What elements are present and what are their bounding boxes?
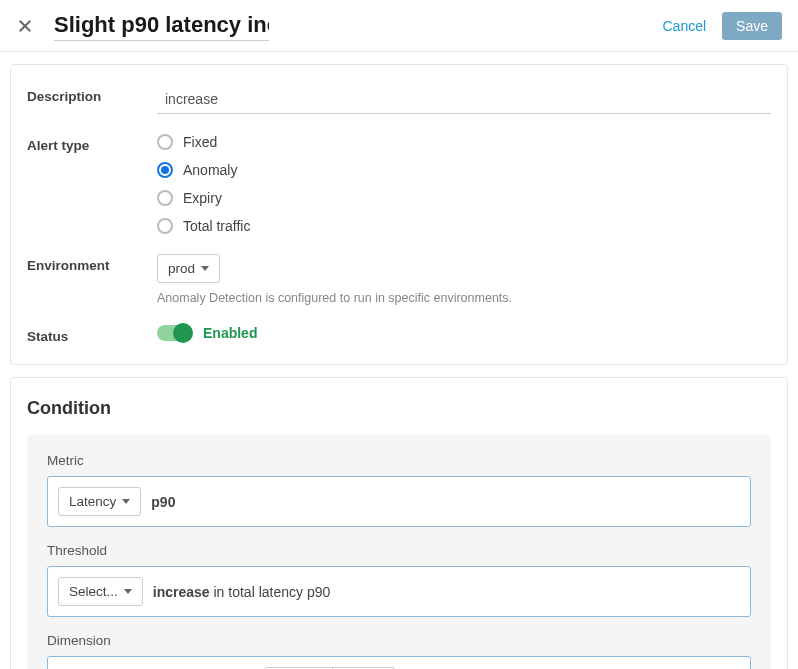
alert-type-fixed[interactable]: Fixed <box>157 134 771 150</box>
dimension-box: All proxies and targets detected Region … <box>47 656 751 669</box>
metric-label: Metric <box>47 453 751 468</box>
status-text: Enabled <box>203 325 257 341</box>
status-label: Status <box>27 325 157 344</box>
dimension-label: Dimension <box>47 633 751 648</box>
title-input[interactable] <box>54 10 269 41</box>
threshold-label: Threshold <box>47 543 751 558</box>
condition-panel: Condition Metric Latency p90 Threshold S… <box>10 377 788 669</box>
environment-label: Environment <box>27 254 157 273</box>
dropdown-value: prod <box>168 261 195 276</box>
description-label: Description <box>27 85 157 104</box>
alert-type-expiry[interactable]: Expiry <box>157 190 771 206</box>
radio-icon <box>157 162 173 178</box>
header: Cancel Save <box>0 0 798 52</box>
metric-box: Latency p90 <box>47 476 751 527</box>
environment-help-text: Anomaly Detection is configured to run i… <box>157 291 771 305</box>
description-input[interactable] <box>157 85 771 114</box>
threshold-rest: in total latency p90 <box>210 584 331 600</box>
threshold-box: Select... increase in total latency p90 <box>47 566 751 617</box>
radio-icon <box>157 218 173 234</box>
radio-label: Anomaly <box>183 162 237 178</box>
threshold-bold: increase <box>153 584 210 600</box>
cancel-button[interactable]: Cancel <box>662 18 706 34</box>
environment-dropdown[interactable]: prod <box>157 254 220 283</box>
dropdown-value: Select... <box>69 584 118 599</box>
threshold-text: increase in total latency p90 <box>153 584 330 600</box>
radio-label: Expiry <box>183 190 222 206</box>
caret-down-icon <box>122 499 130 504</box>
main-panel: Description Alert type Fixed Anomaly Exp… <box>10 64 788 365</box>
radio-label: Total traffic <box>183 218 250 234</box>
toggle-knob-icon <box>173 323 193 343</box>
radio-icon <box>157 190 173 206</box>
alert-type-total-traffic[interactable]: Total traffic <box>157 218 771 234</box>
alert-type-radio-group: Fixed Anomaly Expiry Total traffic <box>157 134 771 234</box>
metric-suffix: p90 <box>151 494 175 510</box>
caret-down-icon <box>201 266 209 271</box>
dropdown-value: Latency <box>69 494 116 509</box>
status-toggle[interactable] <box>157 325 191 341</box>
metric-dropdown[interactable]: Latency <box>58 487 141 516</box>
threshold-dropdown[interactable]: Select... <box>58 577 143 606</box>
radio-label: Fixed <box>183 134 217 150</box>
save-button[interactable]: Save <box>722 12 782 40</box>
close-icon[interactable] <box>16 17 34 35</box>
caret-down-icon <box>124 589 132 594</box>
condition-title: Condition <box>27 398 771 419</box>
radio-icon <box>157 134 173 150</box>
condition-sub-panel: Metric Latency p90 Threshold Select... i… <box>27 435 771 669</box>
alert-type-anomaly[interactable]: Anomaly <box>157 162 771 178</box>
alert-type-label: Alert type <box>27 134 157 153</box>
